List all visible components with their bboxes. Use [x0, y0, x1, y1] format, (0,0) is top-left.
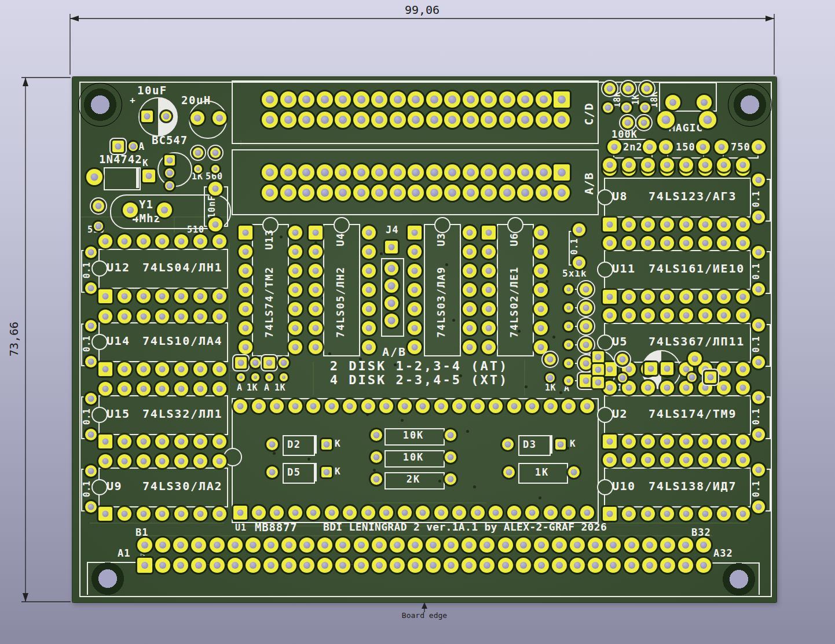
drill-hole — [347, 403, 353, 410]
drill-hole — [625, 312, 632, 319]
round-pad — [603, 158, 617, 172]
drill-hole — [268, 376, 271, 379]
drill-hole — [412, 542, 419, 549]
round-pad — [660, 558, 675, 573]
drill-hole — [556, 562, 563, 569]
drill-hole — [388, 317, 395, 325]
resistor-10k-label: 10K — [403, 430, 424, 440]
drill-hole — [520, 542, 527, 549]
round-pad — [568, 466, 580, 478]
round-pad — [641, 381, 655, 395]
round-pad — [752, 319, 765, 332]
drill-hole — [321, 189, 329, 197]
resistor-label: 1K — [632, 94, 640, 105]
drill-hole — [412, 189, 420, 197]
round-pad — [93, 200, 104, 212]
round-pad — [659, 140, 673, 154]
dip-notch — [91, 260, 108, 277]
round-pad — [118, 289, 131, 303]
round-pad — [564, 285, 573, 294]
drill-hole — [88, 396, 94, 402]
edge-a1-label: A1 — [118, 549, 130, 558]
round-pad — [237, 373, 245, 381]
drill-hole — [292, 287, 299, 293]
round-pad — [288, 399, 302, 413]
round-pad — [564, 322, 573, 331]
cathode-label: K — [335, 439, 340, 448]
round-pad — [408, 340, 422, 354]
drill-hole — [566, 510, 572, 516]
round-pad — [416, 506, 430, 520]
drill-hole — [625, 457, 632, 463]
drill-hole — [664, 542, 671, 549]
drill-hole — [284, 189, 292, 197]
round-pad — [193, 362, 207, 376]
drill-hole — [159, 458, 166, 465]
drill-hole — [195, 542, 202, 549]
round-pad — [444, 185, 460, 201]
drill-hole — [607, 162, 613, 168]
drill-hole — [159, 562, 166, 569]
drill-hole — [412, 230, 418, 236]
drill-hole — [448, 454, 454, 461]
round-pad — [398, 399, 412, 413]
drill-hole — [339, 542, 346, 549]
round-pad — [482, 321, 496, 335]
drill-hole — [282, 376, 285, 379]
silk-bracket — [764, 251, 771, 294]
drill-hole — [91, 174, 98, 181]
round-pad — [98, 234, 112, 248]
drill-hole — [339, 189, 347, 197]
drill-hole — [232, 542, 239, 549]
drill-hole — [394, 542, 401, 549]
drill-hole — [448, 562, 455, 569]
square-pad — [644, 362, 657, 375]
round-pad — [641, 236, 655, 250]
round-pad — [246, 558, 261, 573]
round-pad — [371, 185, 387, 201]
drill-hole — [197, 458, 204, 465]
round-pad — [580, 320, 592, 333]
round-pad — [361, 506, 375, 520]
drill-hole — [648, 366, 654, 372]
drill-hole — [647, 144, 653, 150]
round-pad — [408, 321, 422, 335]
round-pad — [408, 264, 422, 278]
round-pad — [213, 289, 226, 303]
drill-hole — [430, 168, 438, 176]
drill-hole — [366, 287, 372, 293]
round-pad — [660, 158, 674, 172]
drill-hole — [702, 294, 708, 300]
drill-hole — [284, 168, 292, 176]
drill-hole — [310, 510, 317, 516]
connector-cd-label: C/D — [583, 102, 595, 125]
drill-hole — [281, 360, 287, 366]
round-pad — [262, 91, 278, 108]
drill-hole — [567, 343, 571, 347]
round-pad — [325, 399, 339, 413]
drill-hole — [646, 562, 653, 569]
round-pad — [544, 399, 558, 413]
square-pad — [233, 506, 247, 520]
drill-hole — [607, 294, 613, 300]
drill-hole — [412, 562, 419, 569]
round-pad — [317, 91, 333, 108]
round-pad — [239, 245, 252, 259]
drill-hole — [664, 562, 671, 569]
drill-hole — [195, 562, 202, 569]
resistor-1k-label: 1K — [192, 172, 203, 181]
round-pad — [752, 463, 765, 476]
drill-hole — [357, 116, 365, 124]
drill-hole — [538, 249, 544, 255]
drill-hole — [646, 542, 653, 549]
round-pad — [507, 399, 521, 413]
round-pad — [280, 373, 288, 381]
cap-01-label: 0.1 — [752, 191, 761, 208]
drill-hole — [388, 265, 395, 273]
connector-ab-label: A/B — [583, 172, 595, 194]
drill-hole — [607, 366, 613, 373]
round-pad — [317, 164, 333, 181]
round-pad — [463, 164, 479, 181]
square-pad — [98, 435, 112, 448]
round-pad — [372, 538, 387, 553]
